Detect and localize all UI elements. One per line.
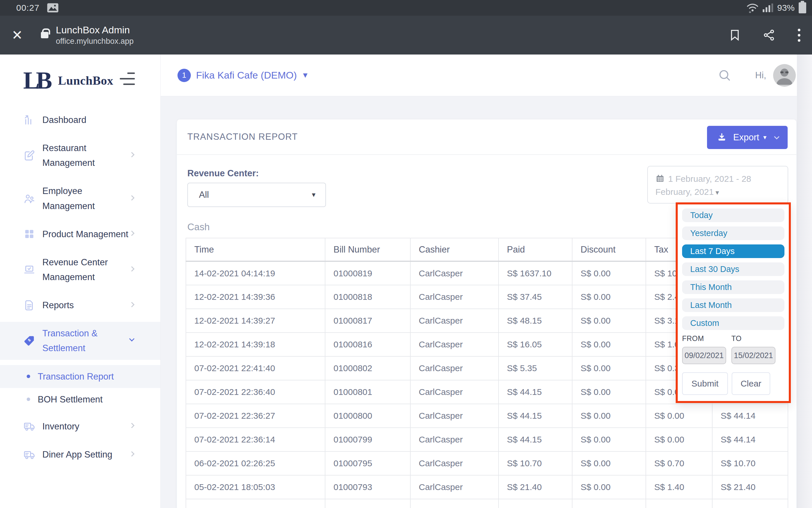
restaurant-badge: 1 (177, 69, 191, 82)
table-row: 07-02-2021 22:36:2701000800CarlCasperS$ … (186, 404, 788, 428)
bookmark-icon[interactable] (728, 29, 741, 42)
site-info[interactable]: LunchBox Admin office.mylunchbox.app (56, 24, 134, 46)
from-date-input[interactable]: 09/02/2021 (682, 347, 726, 364)
chevron-right-icon (129, 423, 134, 428)
table-cell: 01000800 (325, 404, 410, 428)
table-cell: 06-02-2021 02:26:25 (186, 452, 325, 475)
table-cell: 12-02-2021 14:39:36 (186, 285, 325, 309)
sidebar-item-revenue-center-management[interactable]: Revenue Center Management (0, 251, 160, 289)
to-date-input[interactable]: 15/02/2021 (731, 347, 775, 364)
battery-icon (799, 2, 806, 13)
sidebar-item-transaction-report[interactable]: Transaction Report (0, 365, 160, 388)
sidebar-item-label: Restaurant Management (42, 141, 135, 170)
sidebar-item-label: Inventory (42, 419, 80, 434)
table-cell: 01000818 (325, 285, 410, 309)
table-cell: S$ 0.00 (572, 380, 646, 404)
search-icon[interactable] (718, 69, 731, 82)
table-cell (186, 499, 325, 508)
table-cell: 01000816 (325, 333, 410, 356)
site-url: office.mylunchbox.app (56, 37, 134, 46)
date-range-text: 1 February, 2021 - 28 February, 2021▾ (655, 172, 780, 198)
sidebar-item-label: Revenue Center Management (42, 255, 135, 285)
table-cell: 01000802 (325, 356, 410, 380)
date-option-last-month[interactable]: Last Month (682, 298, 784, 312)
export-caret-icon: ▾ (763, 134, 766, 141)
date-option-last-7-days[interactable]: Last 7 Days (682, 245, 784, 258)
avatar[interactable] (773, 64, 796, 87)
table-cell: S$ 21.40 (499, 475, 572, 499)
sidebar-item-diner-app-setting[interactable]: Diner App Setting (0, 443, 160, 466)
table-cell: CarlCasper (410, 333, 499, 356)
table-cell: S$ 10.70 (712, 452, 788, 475)
sidebar-item-label: Diner App Setting (42, 447, 112, 462)
sidebar-toggle-icon[interactable] (120, 73, 135, 89)
table-cell: CarlCasper (410, 356, 499, 380)
restaurant-caret-icon[interactable]: ▼ (302, 71, 309, 80)
sidebar-item-restaurant-management[interactable]: Restaurant Management (0, 136, 160, 174)
sidebar-item-reports[interactable]: Reports (0, 294, 160, 316)
lunchbox-logo-icon: LB (23, 69, 49, 93)
table-cell: CarlCasper (410, 475, 499, 499)
restaurant-selector[interactable]: Fika Kafi Cafe (DEMO) (196, 70, 297, 81)
revenue-center-select[interactable]: All ▼ (187, 183, 326, 207)
grid-icon (23, 227, 36, 241)
scrollbar-track[interactable] (797, 54, 812, 508)
clock: 00:27 (16, 3, 39, 13)
date-option-custom[interactable]: Custom (682, 316, 784, 330)
table-cell: 01000795 (325, 452, 410, 475)
table-cell: CarlCasper (410, 285, 499, 309)
table-cell: S$ 16.05 (499, 333, 572, 356)
export-label: Export (733, 132, 759, 143)
table-cell: S$ 0.00 (572, 261, 646, 285)
column-header-cashier: Cashier (410, 238, 499, 261)
table-cell: 12-02-2021 14:39:27 (186, 309, 325, 333)
table-row-partial (186, 499, 788, 508)
sidebar-item-product-management[interactable]: Product Management (0, 223, 160, 246)
date-option-yesterday[interactable]: Yesterday (682, 226, 784, 240)
clear-button[interactable]: Clear (732, 372, 770, 395)
table-row: 06-02-2021 02:26:2501000795CarlCasperS$ … (186, 452, 788, 475)
table-cell: S$ 0.00 (572, 285, 646, 309)
sidebar-item-dashboard[interactable]: Dashboard (0, 109, 160, 131)
greeting-text: Hi, (755, 70, 766, 81)
table-cell: S$ 1637.10 (499, 261, 572, 285)
date-option-last-30-days[interactable]: Last 30 Days (682, 262, 784, 276)
sidebar-item-label: BOH Settlement (38, 392, 103, 407)
close-tab-icon[interactable]: ✕ (12, 29, 23, 42)
table-cell: S$ 44.15 (499, 380, 572, 404)
export-chevron-icon (774, 134, 779, 139)
table-row: 05-02-2021 18:05:0301000793CarlCasperS$ … (186, 475, 788, 499)
table-cell (712, 499, 788, 508)
table-cell: 07-02-2021 22:36:14 (186, 428, 325, 452)
site-title: LunchBox Admin (56, 24, 134, 36)
browser-menu-icon[interactable] (797, 28, 802, 43)
submit-button[interactable]: Submit (682, 372, 728, 395)
download-icon (717, 132, 727, 142)
date-range-button[interactable]: 1 February, 2021 - 28 February, 2021▾ (647, 166, 788, 204)
document-icon (23, 299, 36, 312)
bullet-icon (27, 397, 30, 401)
sidebar-item-inventory[interactable]: Inventory (0, 415, 160, 438)
share-icon[interactable] (762, 29, 776, 42)
date-option-this-month[interactable]: This Month (682, 281, 784, 294)
date-picker-dropdown: TodayYesterdayLast 7 DaysLast 30 DaysThi… (676, 202, 791, 403)
table-cell: CarlCasper (410, 428, 499, 452)
main-content: 1 Fika Kafi Cafe (DEMO) ▼ Hi, TRANSACTIO… (161, 54, 812, 508)
sidebar-item-boh-settlement[interactable]: BOH Settlement (0, 388, 160, 411)
export-button[interactable]: Export ▾ (707, 126, 787, 149)
browser-bar: ✕ LunchBox Admin office.mylunchbox.app (0, 16, 812, 54)
table-cell: S$ 37.45 (499, 285, 572, 309)
chevron-right-icon (129, 451, 134, 456)
table-cell: 07-02-2021 22:36:40 (186, 380, 325, 404)
table-cell: 01000817 (325, 309, 410, 333)
sidebar-item-employee-management[interactable]: Employee Management (0, 179, 160, 217)
table-cell: 05-02-2021 18:05:03 (186, 475, 325, 499)
sidebar-item-transaction-settlement[interactable]: $Transaction & Settlement (0, 322, 160, 359)
date-option-today[interactable]: Today (682, 209, 784, 222)
table-cell: S$ 0.00 (572, 309, 646, 333)
sidebar-item-label: Dashboard (42, 113, 86, 127)
chart-icon (23, 113, 36, 127)
battery-percent: 93% (777, 3, 795, 13)
truck-icon (23, 448, 36, 461)
chevron-right-icon (129, 231, 134, 236)
